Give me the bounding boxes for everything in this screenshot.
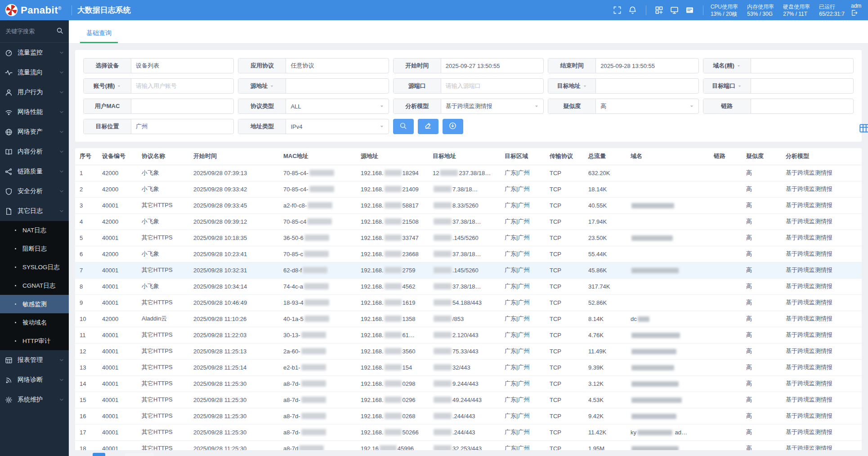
filter-input-domain[interactable]	[751, 59, 853, 73]
page-size-select[interactable]	[125, 453, 154, 456]
filter-label-account[interactable]: 账号(精)	[84, 79, 131, 93]
filter-input-dst-addr[interactable]	[596, 79, 698, 93]
filter-input-dst-location[interactable]: 广州	[131, 119, 233, 134]
sidebar-subitem-block-log[interactable]: 阻断日志	[0, 239, 69, 258]
filter-input-device[interactable]: 设备列表	[131, 59, 233, 73]
filter-input-link[interactable]	[751, 99, 853, 113]
sidebar-item-user-behavior[interactable]: 用户行为	[0, 82, 69, 102]
cell-device: 40001	[98, 294, 137, 311]
table-row[interactable]: 340001其它HTTPS2025/09/28 09:33:45a2-f0-c8…	[75, 197, 862, 213]
sidebar-item-link-quality[interactable]: 链路质量	[0, 162, 69, 181]
prev-page-button[interactable]: ‹	[76, 453, 89, 456]
table-row[interactable]: 1440001其它HTTPS2025/09/28 11:25:30a8-7d-1…	[75, 375, 862, 392]
sidebar-subitem-http-audit[interactable]: HTTP审计	[0, 332, 69, 350]
wifi-icon	[5, 108, 13, 116]
col-header-protocol[interactable]: 协议名称	[137, 148, 189, 165]
col-header-mac[interactable]: MAC地址	[279, 148, 356, 165]
table-row[interactable]: 642000小飞象2025/09/28 10:23:4170-85-c192.1…	[75, 246, 862, 262]
col-header-src[interactable]: 源地址	[356, 148, 428, 165]
col-header-device[interactable]: 设备编号	[98, 148, 137, 165]
sidebar-item-network-diagnosis[interactable]: 网络诊断	[0, 370, 69, 390]
filter-label-src-addr[interactable]: 源地址	[238, 79, 286, 93]
table-row[interactable]: 740001其它HTTPS2025/09/28 10:32:3162-d8-f1…	[75, 262, 862, 278]
app-grid-icon[interactable]	[652, 0, 667, 20]
page-1-button[interactable]: 1	[93, 453, 105, 456]
sidebar-subitem-cgnat-log[interactable]: CGNAT日志	[0, 276, 69, 295]
col-header-domain[interactable]: 域名	[626, 148, 709, 165]
next-page-button[interactable]: ›	[109, 453, 121, 456]
col-header-region[interactable]: 目标区域	[500, 148, 545, 165]
filter-input-addr-type[interactable]: IPv4	[286, 119, 388, 134]
col-header-num[interactable]: 序号	[75, 148, 98, 165]
cell-model: 基于跨境监测情报	[781, 230, 862, 246]
sidebar-search[interactable]: 关键字搜索	[0, 20, 69, 43]
table-row[interactable]: 442000小飞象2025/09/28 09:39:1270-85-c4192.…	[75, 213, 862, 230]
col-header-total[interactable]: 总流量	[584, 148, 626, 165]
sidebar-item-network-assets[interactable]: 网络资产	[0, 122, 69, 142]
sidebar-subitem-passive-domain[interactable]: 被动域名	[0, 313, 69, 332]
filter-input-src-addr[interactable]	[286, 79, 388, 93]
filter-label-dst-addr[interactable]: 目标地址	[548, 79, 596, 93]
logout-icon[interactable]	[851, 9, 868, 18]
filter-input-src-port[interactable]: 请输入源端口	[441, 79, 543, 93]
col-header-dst[interactable]: 目标地址	[428, 148, 500, 165]
monitor-icon[interactable]	[667, 0, 682, 20]
column-settings-icon[interactable]	[859, 123, 868, 135]
registered-mark: ®	[58, 5, 62, 10]
sidebar-subitem-sensitive-monitor[interactable]: 敏感监测	[0, 295, 69, 313]
filter-input-app-protocol[interactable]: 任意协议	[286, 59, 388, 73]
sidebar-item-traffic-flow[interactable]: 流量流向	[0, 63, 69, 82]
col-header-link[interactable]: 链路	[709, 148, 742, 165]
filter-input-end-time[interactable]: 2025-09-28 13:50:55	[596, 59, 698, 73]
filter-label-dst-port[interactable]: 目标端口	[703, 79, 751, 93]
table-row[interactable]: 940001其它HTTPS2025/09/28 10:46:4918-93-41…	[75, 294, 862, 311]
redacted-blur	[385, 251, 402, 257]
sidebar-item-system-maintenance[interactable]: 系统维护	[0, 390, 69, 410]
filter-input-analysis-model[interactable]: 基于跨境监测情报	[441, 99, 543, 113]
table-row[interactable]: 840001小飞象2025/09/28 10:34:1474-4c-a192.1…	[75, 278, 862, 294]
sidebar-item-traffic-monitor[interactable]: 流量监控	[0, 43, 69, 63]
table-row[interactable]: 1840001其它HTTPS2025/09/28 11:25:30a8-7d19…	[75, 440, 862, 450]
sidebar-subitem-syslog[interactable]: SYSLOG日志	[0, 258, 69, 276]
table-row[interactable]: 1540001其它HTTPS2025/09/28 11:25:30a8-7d-1…	[75, 392, 862, 408]
clear-button[interactable]	[418, 119, 438, 134]
table-row[interactable]: 142000小飞象2025/09/28 07:39:1370-85-c4-192…	[75, 165, 862, 181]
sidebar-item-security-analysis[interactable]: 安全分析	[0, 181, 69, 201]
tab-basic-query[interactable]: 基础查询	[80, 29, 118, 43]
filter-input-start-time[interactable]: 2025-09-27 13:50:55	[441, 59, 543, 73]
table-row[interactable]: 1740001其它HTTPS2025/09/28 11:25:30a8-7d-1…	[75, 424, 862, 440]
caret-down-icon	[270, 84, 274, 88]
col-header-suspicion[interactable]: 疑似度	[742, 148, 781, 165]
screen-icon[interactable]	[682, 0, 698, 20]
user-info[interactable]: adm	[851, 2, 868, 18]
src-prefix: 192.16	[361, 445, 379, 451]
table-row[interactable]: 1640001其它HTTPS2025/09/28 11:25:30a8-7d-1…	[75, 408, 862, 424]
sidebar-item-network-performance[interactable]: 网络性能	[0, 102, 69, 122]
sidebar-subitem-nat-log[interactable]: NAT日志	[0, 221, 69, 239]
redacted-blur	[434, 429, 452, 435]
cell-num: 2	[75, 181, 98, 197]
search-button[interactable]	[393, 119, 414, 134]
sidebar-item-content-analysis[interactable]: 内容分析	[0, 142, 69, 162]
sidebar-item-other-logs[interactable]: 其它日志	[0, 201, 69, 221]
filter-label-domain[interactable]: 域名(精)	[703, 59, 751, 73]
sidebar-item-report-management[interactable]: 报表管理	[0, 350, 69, 370]
table-row[interactable]: 1340001其它HTTPS2025/09/28 11:25:14e2-b1-1…	[75, 359, 862, 375]
col-header-start[interactable]: 开始时间	[189, 148, 279, 165]
table-row[interactable]: 540001其它HTTPS2025/09/28 10:18:3536-50-61…	[75, 230, 862, 246]
fullscreen-icon[interactable]	[610, 0, 625, 20]
bell-icon[interactable]	[625, 0, 640, 20]
table-row[interactable]: 1140001其它HTTPS2025/09/28 11:22:0330-13-1…	[75, 327, 862, 343]
filter-input-dst-port[interactable]	[751, 79, 853, 93]
col-header-model[interactable]: 分析模型	[781, 148, 862, 165]
table-row[interactable]: 1240001其它HTTPS2025/09/28 11:25:132a-60-1…	[75, 343, 862, 359]
table-row[interactable]: 242000小飞象2025/09/28 09:33:4270-85-c4-192…	[75, 181, 862, 197]
filter-input-user-mac[interactable]	[131, 99, 233, 113]
filter-input-suspicion[interactable]: 高	[596, 99, 698, 113]
download-button[interactable]	[443, 119, 463, 134]
col-header-transport[interactable]: 传输协议	[545, 148, 584, 165]
cell-suspicion: 高	[742, 392, 781, 408]
filter-input-protocol-type[interactable]: ALL	[286, 99, 388, 113]
table-row[interactable]: 1042000Aladdin云2025/09/28 11:10:2640-1a-…	[75, 311, 862, 327]
filter-input-account[interactable]: 请输入用户账号	[131, 79, 233, 93]
